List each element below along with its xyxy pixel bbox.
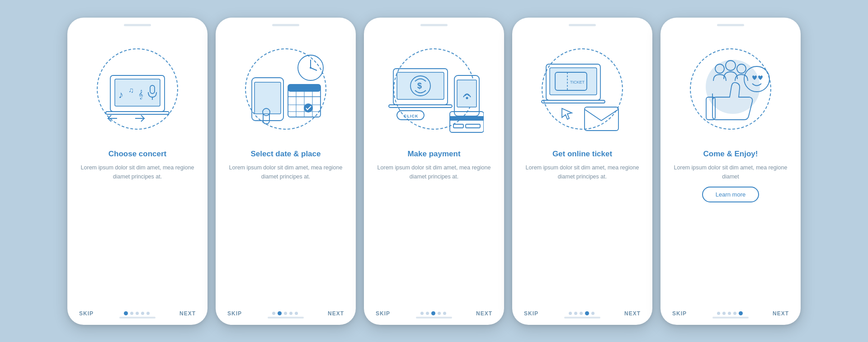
dot-3-2 xyxy=(431,311,435,315)
dots-5 xyxy=(717,311,743,315)
dots-3 xyxy=(420,311,446,315)
svg-rect-32 xyxy=(457,80,476,107)
next-button-2[interactable]: NEXT xyxy=(328,310,344,317)
ticket-icon: TICKET xyxy=(535,42,630,136)
screen-title-1: Choose concert xyxy=(108,150,166,159)
nav-area-2: SKIP NEXT xyxy=(226,310,346,317)
svg-point-19 xyxy=(304,103,313,112)
illustration-3: $ CLICK xyxy=(384,35,484,143)
nav-area-5: SKIP NEXT xyxy=(670,310,791,317)
screen-title-2: Select date & place xyxy=(251,150,321,159)
svg-rect-36 xyxy=(453,124,463,128)
phone-frame-4: TICKET Get online ticket Lorem ipsum dol… xyxy=(512,18,652,325)
dot-2-0 xyxy=(272,312,275,315)
calendar-icon xyxy=(238,42,333,136)
dot-4-2 xyxy=(580,312,583,315)
svg-text:TICKET: TICKET xyxy=(570,80,585,84)
dot-5-2 xyxy=(728,312,731,315)
dot-5-1 xyxy=(722,312,726,315)
screen-body-5: Lorem ipsum dolor sit dim amet, mea regi… xyxy=(670,163,791,181)
dot-4-1 xyxy=(574,312,577,315)
dot-1-2 xyxy=(136,312,139,315)
screen-title-4: Get online ticket xyxy=(552,150,612,159)
svg-rect-37 xyxy=(466,124,480,128)
skip-button-1[interactable]: SKIP xyxy=(79,310,94,317)
screen-body-2: Lorem ipsum dolor sit dim amet, mea regi… xyxy=(226,163,346,181)
dot-1-1 xyxy=(130,312,133,315)
svg-rect-35 xyxy=(450,116,484,121)
dot-4-3 xyxy=(585,311,589,315)
skip-button-4[interactable]: SKIP xyxy=(524,310,538,317)
dots-1 xyxy=(124,311,150,315)
screen-body-3: Lorem ipsum dolor sit dim amet, mea regi… xyxy=(374,163,494,181)
dot-1-4 xyxy=(146,312,150,315)
payment-icon: $ CLICK xyxy=(384,44,484,134)
screens-container: ♪ ♫ 𝄞 Choose concert Lorem ipsum dolor s… xyxy=(54,4,814,338)
illustration-2 xyxy=(236,35,335,143)
svg-text:CLICK: CLICK xyxy=(404,114,419,118)
learn-more-button[interactable]: Learn more xyxy=(702,187,759,202)
dot-3-1 xyxy=(426,312,429,315)
svg-line-23 xyxy=(311,68,317,70)
dot-2-1 xyxy=(278,311,282,315)
svg-text:♪: ♪ xyxy=(118,89,123,100)
next-button-3[interactable]: NEXT xyxy=(476,310,492,317)
svg-rect-12 xyxy=(288,84,321,92)
dot-4-4 xyxy=(591,312,594,315)
dot-2-3 xyxy=(289,312,292,315)
svg-rect-44 xyxy=(585,107,618,131)
screen-body-1: Lorem ipsum dolor sit dim amet, mea regi… xyxy=(77,163,198,181)
dot-4-0 xyxy=(569,312,572,315)
next-button-1[interactable]: NEXT xyxy=(179,310,196,317)
phone-frame-2: Select date & place Lorem ipsum dolor si… xyxy=(216,18,356,325)
svg-text:𝄞: 𝄞 xyxy=(138,89,143,100)
next-button-5[interactable]: NEXT xyxy=(773,310,789,317)
dots-4 xyxy=(569,311,594,315)
dot-5-4 xyxy=(739,311,743,315)
nav-area-3: SKIP NEXT xyxy=(374,310,494,317)
dot-3-3 xyxy=(438,312,441,315)
screen-body-4: Lorem ipsum dolor sit dim amet, mea regi… xyxy=(522,163,642,181)
dot-3-4 xyxy=(443,312,446,315)
dots-2 xyxy=(272,311,298,315)
skip-button-2[interactable]: SKIP xyxy=(227,310,242,317)
screen-title-3: Make payment xyxy=(407,150,460,159)
skip-button-3[interactable]: SKIP xyxy=(376,310,390,317)
svg-rect-7 xyxy=(106,112,169,114)
svg-text:$: $ xyxy=(417,81,422,90)
phone-frame-1: ♪ ♫ 𝄞 Choose concert Lorem ipsum dolor s… xyxy=(67,18,208,325)
dot-1-3 xyxy=(141,312,144,315)
svg-rect-26 xyxy=(389,105,452,108)
dot-1-0 xyxy=(124,311,128,315)
dot-2-4 xyxy=(295,312,298,315)
screen-title-5: Come & Enjoy! xyxy=(703,150,758,159)
dot-3-0 xyxy=(420,312,424,315)
svg-rect-40 xyxy=(542,100,605,103)
dot-2-2 xyxy=(284,312,287,315)
next-button-4[interactable]: NEXT xyxy=(624,310,641,317)
svg-text:♫: ♫ xyxy=(128,86,134,94)
skip-button-5[interactable]: SKIP xyxy=(672,310,687,317)
dot-5-0 xyxy=(717,312,720,315)
nav-area-1: SKIP NEXT xyxy=(77,310,198,317)
nav-area-4: SKIP NEXT xyxy=(522,310,642,317)
concert-icon: ♪ ♫ 𝄞 xyxy=(92,44,183,134)
illustration-4: TICKET xyxy=(533,35,632,143)
phone-frame-3: $ CLICK Make payment Lorem ipsum dolor s… xyxy=(364,18,504,325)
phone-frame-5: Come & Enjoy! Lorem ipsum dolor sit dim … xyxy=(660,18,801,325)
enjoy-icon xyxy=(685,44,776,134)
dot-5-3 xyxy=(733,312,736,315)
illustration-5 xyxy=(681,35,780,143)
illustration-1: ♪ ♫ 𝄞 xyxy=(88,35,187,143)
svg-point-33 xyxy=(466,97,468,99)
